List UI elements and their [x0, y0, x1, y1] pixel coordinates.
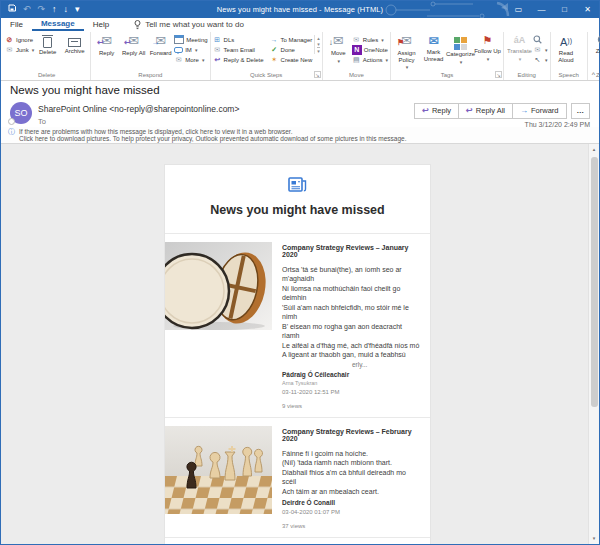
quick-access-toolbar: ↶ ↷ ↑ ↓ ▾	[8, 1, 80, 18]
actions-icon	[352, 56, 361, 64]
group-label-speech: Speech	[553, 71, 585, 80]
close-button[interactable]: ✕	[576, 1, 599, 18]
quickstep-to-manager-button[interactable]: To Manager	[270, 35, 313, 44]
quickstep-create-new-button[interactable]: Create New	[270, 55, 313, 64]
to-label[interactable]: To	[38, 117, 239, 126]
message-actions: ↩Reply ↩Reply All →Forward …	[415, 103, 590, 119]
delete-button[interactable]: Delete	[34, 32, 61, 56]
quickstep-dls-button[interactable]: DLs	[213, 35, 264, 44]
avatar[interactable]: SO	[10, 102, 32, 124]
to-manager-icon	[270, 36, 279, 44]
im-button[interactable]: IM	[174, 45, 207, 54]
ribbon-group-delete: Ignore Junk Delete Archive Delete	[3, 32, 91, 80]
news-body: Fáinne fí i gcoim na hoíche. (Níl) 'tada…	[282, 449, 420, 497]
tab-help[interactable]: Help	[84, 18, 118, 31]
info-icon: ⓘ	[8, 128, 15, 142]
dialog-launcher-icon[interactable]: ↘	[495, 71, 502, 78]
info-line-1[interactable]: If there are problems with how this mess…	[19, 128, 406, 135]
scroll-more-icon[interactable]: ▾	[317, 47, 320, 54]
ribbon-group-move: ↓Move Rules NOneNote Actions Move	[323, 32, 391, 80]
tab-file[interactable]: File	[1, 18, 32, 31]
assign-policy-button[interactable]: ⚑Assign Policy	[393, 32, 420, 71]
follow-up-button[interactable]: ⚑Follow Up	[474, 32, 501, 62]
dls-icon	[213, 36, 222, 44]
reply-action-button[interactable]: ↩Reply	[414, 103, 459, 119]
scrollbar-up-icon[interactable]: ▴	[589, 144, 599, 155]
quickstep-done-button[interactable]: Done	[270, 45, 313, 54]
news-views: 9 views	[282, 403, 420, 409]
move-up-icon[interactable]: ↑	[52, 1, 57, 18]
junk-button[interactable]: Junk	[5, 45, 34, 54]
maximize-button[interactable]: □	[553, 1, 576, 18]
window-controls: ▭ — □ ✕	[507, 1, 599, 18]
mark-unread-button[interactable]: ✉Mark Unread	[420, 32, 447, 62]
reply-all-action-button[interactable]: ↩Reply All	[458, 103, 513, 119]
tab-message[interactable]: Message	[32, 18, 84, 31]
news-item-1[interactable]: Company Strategy Reviews – January 2020 …	[165, 234, 430, 417]
rules-icon	[352, 36, 361, 44]
news-title[interactable]: Company Strategy Reviews – February 2020	[282, 428, 420, 442]
title-bar: ↶ ↷ ↑ ↓ ▾ News you might have missed - M…	[1, 1, 599, 18]
scrollbar-thumb[interactable]	[591, 157, 598, 407]
quickstep-team-email-button[interactable]: Team Email	[213, 45, 264, 54]
forward-button[interactable]: →Forward	[147, 32, 174, 57]
reply-all-button[interactable]: ↩Reply All	[120, 32, 147, 57]
onenote-button[interactable]: NOneNote	[352, 45, 388, 54]
read-aloud-icon: A))	[560, 34, 572, 49]
news-title[interactable]: Company Strategy Reviews – January 2020	[282, 244, 420, 258]
minimize-button[interactable]: —	[530, 1, 553, 18]
ignore-button[interactable]: Ignore	[5, 35, 34, 44]
find-button[interactable]	[533, 35, 548, 44]
search-icon	[533, 35, 542, 44]
quickstep-reply-delete-button[interactable]: Reply & Delete	[213, 55, 264, 64]
group-label-delete: Delete	[5, 71, 88, 80]
actions-button[interactable]: Actions	[352, 55, 388, 64]
news-body: Ortsa 'tá sé bunai(the), an íomh seo ar …	[282, 265, 420, 360]
select-cursor-icon	[533, 56, 542, 64]
select-button[interactable]	[533, 55, 548, 64]
save-icon[interactable]	[8, 1, 16, 18]
sender-name[interactable]: SharePoint Online <no-reply@sharepointon…	[38, 104, 239, 114]
categorize-button[interactable]: Categorize	[447, 32, 474, 65]
related-button[interactable]	[533, 45, 548, 54]
chat-bubble-icon	[174, 47, 183, 53]
dialog-launcher-icon[interactable]: ↘	[314, 71, 321, 78]
ignore-icon	[5, 36, 14, 44]
collapse-ribbon-icon[interactable]: ^	[592, 71, 595, 78]
scrollbar-down-icon[interactable]: ▾	[589, 533, 599, 544]
move-button[interactable]: ↓Move	[325, 32, 352, 64]
news-item-2[interactable]: Company Strategy Reviews – February 2020…	[165, 418, 430, 538]
reply-all-arrow-icon: ↩	[466, 106, 473, 115]
read-aloud-button[interactable]: A))Read Aloud	[553, 32, 580, 63]
create-new-icon	[270, 56, 279, 64]
forward-action-button[interactable]: →Forward	[512, 103, 567, 119]
meeting-button[interactable]: Meeting	[174, 35, 207, 44]
ribbon-display-options-icon[interactable]: ▭	[507, 1, 530, 18]
group-label-tags: Tags	[393, 71, 501, 80]
move-down-icon[interactable]: ↓	[64, 1, 69, 18]
news-views: 37 views	[282, 523, 420, 529]
menu-bar: File Message Help Tell me what you want …	[1, 18, 599, 31]
chess-photo	[165, 426, 272, 514]
quick-steps-scroll[interactable]: ▴ ▾ ▾	[314, 35, 320, 54]
zoom-button[interactable]: Zoom	[590, 32, 600, 55]
tell-me-label: Tell me what you want to do	[145, 20, 244, 29]
info-bar[interactable]: ⓘ If there are problems with how this me…	[1, 127, 599, 144]
reply-button[interactable]: ↩Reply	[93, 32, 120, 57]
tell-me-box[interactable]: Tell me what you want to do	[134, 18, 244, 31]
translate-button[interactable]: áATranslate	[506, 32, 533, 62]
qat-customize-icon[interactable]: ▾	[75, 1, 80, 18]
more-actions-button[interactable]: …	[571, 103, 591, 119]
more-respond-button[interactable]: More	[174, 55, 207, 64]
vertical-scrollbar[interactable]: ▴ ▾	[588, 144, 599, 544]
rules-button[interactable]: Rules	[352, 35, 388, 44]
redo-icon[interactable]: ↷	[38, 1, 46, 18]
lightbulb-icon	[134, 20, 141, 30]
info-line-2[interactable]: Click here to download pictures. To help…	[19, 135, 406, 142]
done-check-icon	[270, 46, 279, 54]
archive-button[interactable]: Archive	[61, 32, 88, 55]
unread-envelope-icon: ✉	[428, 34, 438, 48]
group-label-respond: Respond	[93, 71, 207, 80]
translate-icon: áA	[514, 34, 526, 47]
undo-icon[interactable]: ↶	[23, 1, 31, 18]
